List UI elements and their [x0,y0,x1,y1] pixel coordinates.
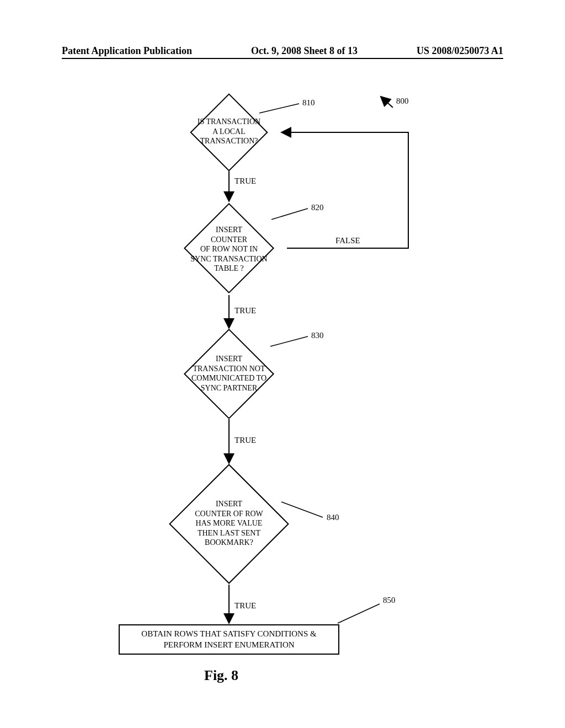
decision-820-text: INSERT COUNTER OF ROW NOT IN SYNC TRANSA… [174,225,284,274]
svg-line-6 [271,208,308,220]
ref-850: 850 [383,596,396,605]
ref-820: 820 [311,203,324,212]
ref-840: 840 [327,513,339,522]
process-850: OBTAIN ROWS THAT SATISFY CONDITIONS & PE… [119,624,339,655]
svg-line-7 [270,336,308,346]
edge-810-true: TRUE [234,176,256,186]
ref-830: 830 [311,331,324,340]
svg-line-5 [259,104,299,113]
decision-830-text: INSERT TRANSACTION NOT COMMUNICATED TO S… [174,354,284,393]
decision-840-text: INSERT COUNTER OF ROW HAS MORE VALUE THE… [174,499,284,548]
svg-line-8 [281,502,323,517]
svg-line-10 [381,97,393,108]
edge-840-true: TRUE [234,601,256,611]
figure-caption: Fig. 8 [204,667,238,684]
edge-820-false: FALSE [335,236,360,245]
decision-810-text: IS TRANSACTION A LOCAL TRANSACTION? [182,117,276,146]
ref-810: 810 [302,98,315,108]
svg-line-9 [338,604,380,623]
edge-820-true: TRUE [234,306,256,315]
flowchart: IS TRANSACTION A LOCAL TRANSACTION? INSE… [0,0,565,728]
edge-830-true: TRUE [234,436,256,445]
ref-800: 800 [396,97,409,106]
